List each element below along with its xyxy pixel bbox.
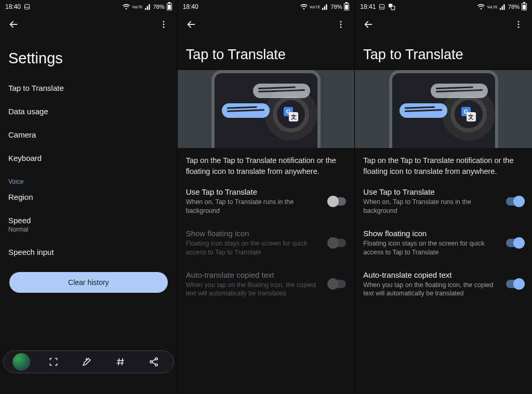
wifi-icon xyxy=(123,4,130,10)
clock: 18:40 xyxy=(183,3,198,10)
row-auto-translate: Auto-translate copied text When you tap … xyxy=(178,263,355,305)
battery-icon xyxy=(344,3,349,10)
overflow-icon[interactable] xyxy=(153,14,174,35)
screenshot-toolbar xyxy=(3,350,174,373)
back-icon[interactable] xyxy=(358,14,379,35)
row-floating-icon[interactable]: Show floating icon Floating icon stays o… xyxy=(355,222,532,263)
page-title: Settings xyxy=(0,35,177,76)
item-data-usage[interactable]: Data usage xyxy=(0,100,177,123)
row-auto-translate[interactable]: Auto-translate copied text When you tap … xyxy=(355,263,532,305)
svg-point-3 xyxy=(163,26,164,28)
crop-icon[interactable] xyxy=(48,357,64,367)
toggle-floating-icon xyxy=(328,239,346,247)
signal-icon xyxy=(500,4,506,10)
toggle-floating-icon[interactable] xyxy=(506,239,524,247)
volte-label: VoLTE xyxy=(487,5,498,9)
toggle-use-t2t[interactable] xyxy=(506,197,524,206)
clock: 18:41 xyxy=(360,3,376,10)
battery-icon xyxy=(522,3,527,10)
row-floating-icon: Show floating icon Floating icon stays o… xyxy=(178,222,355,263)
clock: 18:40 xyxy=(5,3,21,10)
picture-icon xyxy=(379,4,385,10)
svg-point-7 xyxy=(340,21,342,22)
volte-label: VoLTE xyxy=(132,5,143,9)
translate-float-icon: G文 xyxy=(277,100,305,128)
toggle-use-t2t[interactable] xyxy=(328,197,346,206)
svg-point-2 xyxy=(163,24,164,25)
translate-status-icon xyxy=(388,3,395,10)
tag-icon[interactable] xyxy=(115,357,131,367)
edit-icon[interactable] xyxy=(82,357,97,367)
item-tap-to-translate[interactable]: Tap to Translate xyxy=(0,76,177,100)
signal-icon xyxy=(145,4,151,10)
battery-icon xyxy=(167,3,172,10)
section-voice: Voice xyxy=(0,170,177,185)
item-speed-value: Normal xyxy=(8,226,169,233)
back-icon[interactable] xyxy=(181,14,202,35)
volte-label: VoLTE xyxy=(310,5,321,9)
svg-rect-10 xyxy=(380,5,384,9)
description: Tap on the Tap to Translate notification… xyxy=(355,148,532,180)
svg-point-15 xyxy=(518,26,520,28)
item-speed[interactable]: Speed Normal xyxy=(0,209,177,240)
page-title: Tap to Translate xyxy=(355,35,532,70)
app-bar xyxy=(355,13,532,35)
app-bar xyxy=(178,13,355,35)
screen-t2t-on: 18:41 VoLTE 78% Tap to xyxy=(354,0,532,394)
hero-illustration: G文 xyxy=(178,70,355,148)
screenshot-thumbnail[interactable] xyxy=(12,353,30,371)
overflow-icon[interactable] xyxy=(508,14,529,35)
svg-rect-12 xyxy=(391,6,395,10)
item-camera[interactable]: Camera xyxy=(0,123,177,146)
status-bar: 18:41 VoLTE 78% xyxy=(355,0,532,13)
status-bar: 18:40 VoLTE 78% xyxy=(0,0,177,13)
hero-illustration: G文 xyxy=(355,70,532,148)
wifi-icon xyxy=(300,4,308,10)
svg-point-9 xyxy=(340,26,342,28)
screen-t2t-off: 18:40 VoLTE 78% Tap to Translate xyxy=(177,0,355,394)
svg-point-1 xyxy=(163,21,164,22)
toggle-auto-translate[interactable] xyxy=(506,280,524,288)
screen-settings: 18:40 VoLTE 78% Settings Tap to Translat… xyxy=(0,0,177,394)
wifi-icon xyxy=(477,4,485,10)
picture-icon xyxy=(24,4,30,10)
toggle-auto-translate xyxy=(328,280,346,288)
item-keyboard[interactable]: Keyboard xyxy=(0,146,177,170)
status-bar: 18:40 VoLTE 78% xyxy=(178,0,355,13)
app-bar xyxy=(0,13,177,35)
clear-history-button[interactable]: Clear history xyxy=(9,272,168,293)
item-region[interactable]: Region xyxy=(0,185,177,209)
share-icon[interactable] xyxy=(149,357,164,367)
battery-label: 78% xyxy=(508,4,520,10)
battery-label: 78% xyxy=(153,4,165,10)
translate-float-icon: G文 xyxy=(455,100,483,128)
item-speech-input[interactable]: Speech input xyxy=(0,240,177,264)
svg-point-14 xyxy=(518,24,520,25)
description: Tap on the Tap to Translate notification… xyxy=(178,148,355,180)
battery-label: 78% xyxy=(330,4,342,10)
page-title: Tap to Translate xyxy=(178,35,355,70)
svg-point-13 xyxy=(518,21,520,22)
overflow-icon[interactable] xyxy=(330,14,351,35)
signal-icon xyxy=(322,4,328,10)
row-use-t2t[interactable]: Use Tap to Translate When on, Tap to Tra… xyxy=(178,180,355,222)
row-use-t2t[interactable]: Use Tap to Translate When on, Tap to Tra… xyxy=(355,180,532,222)
back-icon[interactable] xyxy=(3,14,24,35)
svg-rect-0 xyxy=(25,5,30,9)
svg-point-8 xyxy=(340,24,342,25)
